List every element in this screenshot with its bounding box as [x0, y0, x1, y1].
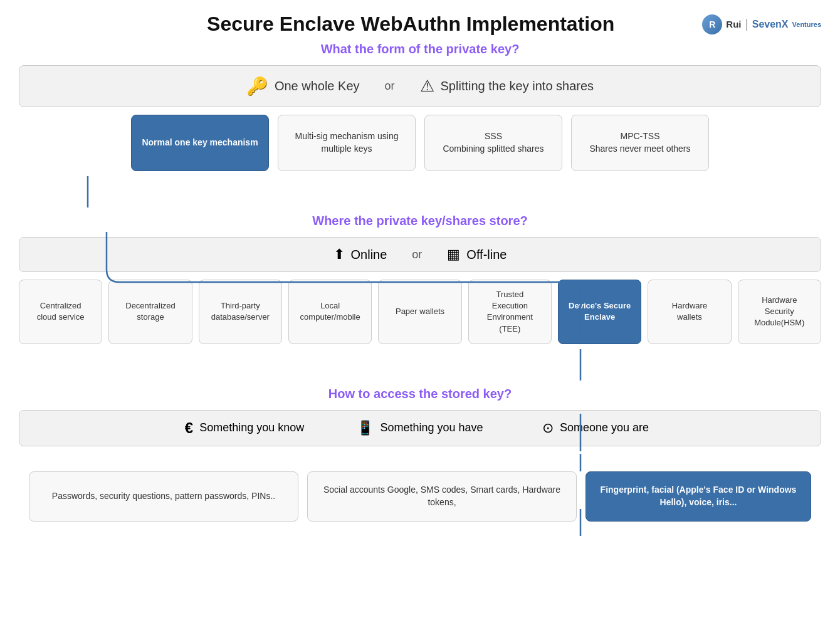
connector-svg-2 — [19, 349, 821, 380]
question-2-label: Where the private key/shares store? — [19, 214, 821, 228]
something-you-know-label: Something you know — [199, 421, 304, 434]
social-accounts-label: Social accounts Google, SMS codes, Smart… — [318, 484, 566, 508]
detail-row: Passwords, security questions, pattern p… — [19, 471, 821, 522]
something-you-have-label: Something you have — [380, 421, 483, 434]
key-form-row: 🔑 One whole Key or ⚠ Splitting the key i… — [19, 65, 821, 107]
page-header: Secure Enclave WebAuthn Implementation R… — [19, 13, 821, 36]
multisig-box: Multi-sig mechanism using multiple keys — [278, 115, 416, 171]
main-content: What the form of the private key? 🔑 One … — [19, 42, 821, 522]
or-divider-2: or — [412, 248, 422, 261]
split-key-option: ⚠ Splitting the key into shares — [420, 76, 594, 96]
connector-svg-3 — [19, 454, 821, 471]
split-key-label: Splitting the key into shares — [441, 79, 594, 93]
something-you-know-option: € Something you know — [185, 419, 304, 437]
logo-name: Rui — [726, 19, 741, 29]
logo-area: R Rui | SevenX Ventures — [702, 14, 821, 34]
secure-enclave-label: Device's Secure Enclave — [569, 300, 631, 323]
hardware-wallets-box: Hardware wallets — [648, 280, 731, 344]
social-accounts-detail-box: Social accounts Google, SMS codes, Smart… — [307, 471, 577, 522]
secure-enclave-box: Device's Secure Enclave — [558, 280, 641, 344]
know-col: € Something you know — [157, 419, 332, 437]
biometrics-label: Fingerprint, facial (Apple's Face ID or … — [596, 484, 801, 508]
online-option: ⬆ Online — [333, 246, 387, 263]
page-title: Secure Enclave WebAuthn Implementation — [119, 13, 702, 36]
offline-label: Off-line — [466, 248, 507, 262]
hardware-wallets-label: Hardware wallets — [658, 300, 720, 323]
centralized-cloud-label: Centralized cloud service — [29, 300, 92, 323]
third-party-db-box: Third-party database/server — [199, 280, 282, 344]
online-offline-row: ⬆ Online or ▦ Off-line — [19, 237, 821, 272]
one-whole-key-label: One whole Key — [275, 79, 360, 93]
hsm-label: Hardware Security Module(HSM) — [748, 295, 811, 329]
access-options-row: € Something you know 📱 Something you hav… — [19, 410, 821, 446]
something-you-have-option: 📱 Something you have — [357, 419, 483, 437]
normal-one-key-label: Normal one key mechanism — [142, 137, 258, 149]
connector-2 — [19, 349, 821, 380]
connector-3 — [19, 454, 821, 471]
paper-wallets-label: Paper wallets — [396, 306, 444, 317]
passwords-detail-box: Passwords, security questions, pattern p… — [29, 471, 298, 522]
phone-icon: 📱 — [357, 420, 374, 436]
connector-svg-1 — [19, 176, 821, 207]
question-1-label: What the form of the private key? — [19, 42, 821, 56]
upload-icon: ⬆ — [333, 246, 345, 263]
tee-label: Trusted Execution Environment (TEE) — [479, 289, 541, 335]
mpc-tss-label: MPC-TSSShares never meet others — [589, 130, 690, 155]
biometrics-detail-box: Fingerprint, facial (Apple's Face ID or … — [585, 471, 811, 522]
logo-company: SevenX — [752, 19, 789, 30]
storage-options-row: Centralized cloud service Decentralized … — [19, 280, 821, 344]
key-icon: 🔑 — [246, 76, 268, 97]
third-party-db-label: Third-party database/server — [209, 300, 271, 323]
tee-box: Trusted Execution Environment (TEE) — [468, 280, 552, 344]
connector-1 — [19, 176, 821, 207]
decentralized-storage-box: Decentralized storage — [108, 280, 192, 344]
server-icon: ▦ — [447, 246, 460, 263]
face-scan-icon: ⊙ — [542, 420, 554, 436]
have-col: 📱 Something you have — [332, 419, 508, 437]
mechanism-row: Normal one key mechanism Multi-sig mecha… — [19, 115, 821, 171]
logo-icon: R — [702, 14, 722, 34]
offline-option: ▦ Off-line — [447, 246, 507, 263]
euro-icon: € — [185, 419, 193, 437]
local-computer-box: Local computer/mobile — [288, 280, 372, 344]
mpc-tss-box: MPC-TSSShares never meet others — [571, 115, 709, 171]
one-whole-key-option: 🔑 One whole Key — [246, 76, 360, 97]
hsm-box: Hardware Security Module(HSM) — [738, 280, 821, 344]
warning-icon: ⚠ — [420, 76, 434, 96]
online-label: Online — [351, 248, 387, 262]
or-divider-1: or — [385, 80, 395, 93]
multisig-label: Multi-sig mechanism using multiple keys — [288, 130, 405, 155]
normal-one-key-box: Normal one key mechanism — [131, 115, 269, 171]
decentralized-storage-label: Decentralized storage — [119, 300, 181, 323]
are-col: ⊙ Someone you are — [508, 419, 683, 437]
local-computer-label: Local computer/mobile — [299, 300, 361, 323]
someone-you-are-option: ⊙ Someone you are — [542, 419, 649, 437]
centralized-cloud-box: Centralized cloud service — [19, 280, 102, 344]
paper-wallets-box: Paper wallets — [378, 280, 461, 344]
passwords-label: Passwords, security questions, pattern p… — [52, 490, 275, 503]
sss-label: SSSCombining splitted shares — [443, 130, 543, 155]
question-3-label: How to access the stored key? — [19, 387, 821, 401]
someone-you-are-label: Someone you are — [560, 421, 649, 434]
sss-box: SSSCombining splitted shares — [424, 115, 562, 171]
